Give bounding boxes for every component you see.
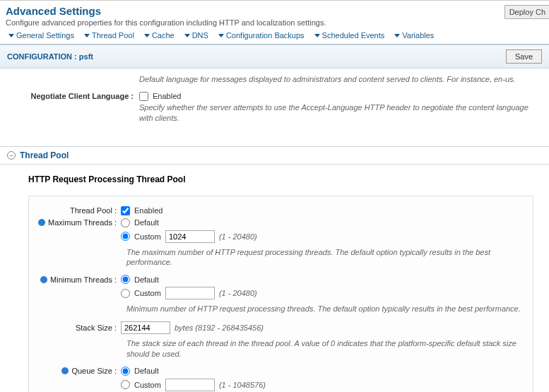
max-threads-label: Maximum Threads : (48, 218, 117, 227)
max-threads-input[interactable] (165, 230, 215, 243)
queue-size-range: (1 - 1048576) (219, 381, 266, 389)
custom-label: Custom (134, 289, 161, 297)
tab-label: Scheduled Events (322, 31, 385, 40)
default-label: Default (134, 367, 159, 375)
chevron-down-icon (184, 34, 190, 37)
tab-variables[interactable]: Variables (394, 31, 434, 40)
min-threads-custom-radio[interactable] (121, 289, 130, 298)
min-threads-input[interactable] (165, 287, 215, 299)
tab-cache[interactable]: Cache (144, 31, 175, 40)
stack-size-input[interactable] (121, 321, 170, 334)
chevron-down-icon (8, 34, 14, 37)
queue-size-input[interactable] (165, 379, 215, 391)
min-threads-default-radio[interactable] (121, 275, 130, 284)
negotiate-language-checkbox[interactable] (139, 92, 148, 101)
tab-config-backups[interactable]: Configuration Backups (218, 31, 305, 40)
negotiate-language-label: Negotiate Client Language : (31, 92, 134, 100)
stack-size-label: Stack Size : (76, 323, 117, 332)
chevron-down-icon (314, 34, 320, 37)
negotiate-language-desc: Specify whether the server attempts to u… (139, 103, 529, 122)
queue-size-label: Queue Size : (71, 367, 117, 375)
min-threads-range: (1 - 20480) (219, 289, 257, 297)
thread-pool-enabled-checkbox[interactable] (121, 206, 130, 215)
tab-scheduled-events[interactable]: Scheduled Events (314, 31, 385, 40)
default-language-desc: Default language for messages displayed … (139, 75, 516, 83)
tab-label: Cache (152, 31, 175, 40)
page-title: Advanced Settings (6, 5, 543, 17)
tab-label: Configuration Backups (226, 31, 305, 40)
max-threads-default-radio[interactable] (121, 218, 130, 227)
chevron-down-icon (84, 34, 90, 37)
queue-size-custom-radio[interactable] (121, 380, 130, 389)
restart-required-icon (38, 219, 45, 226)
tab-dns[interactable]: DNS (184, 31, 208, 40)
save-button[interactable]: Save (506, 49, 542, 64)
tab-label: General Settings (16, 31, 74, 40)
page-subtitle: Configure advanced properties for this c… (6, 18, 543, 27)
enabled-label: Enabled (153, 92, 181, 100)
max-threads-custom-radio[interactable] (121, 232, 130, 241)
default-label: Default (134, 218, 159, 227)
min-threads-label: Minimum Threads : (50, 275, 117, 284)
stack-size-desc: The stack size of each thread in the thr… (36, 337, 526, 367)
configuration-name: CONFIGURATION : psft (7, 52, 93, 61)
queue-size-default-radio[interactable] (121, 367, 130, 376)
deploy-button[interactable]: Deploy Ch (504, 5, 549, 19)
collapse-icon: – (7, 151, 16, 160)
tab-general[interactable]: General Settings (8, 31, 74, 40)
thread-pool-panel: Thread Pool : Enabled Maximum Threads : … (28, 196, 533, 392)
custom-label: Custom (134, 232, 161, 241)
chevron-down-icon (144, 34, 150, 37)
max-threads-desc: The maximum number of HTTP request proce… (36, 246, 526, 275)
enabled-label: Enabled (134, 206, 163, 215)
tab-thread-pool[interactable]: Thread Pool (84, 31, 134, 40)
max-threads-range: (1 - 20480) (219, 232, 257, 241)
tab-label: Variables (402, 31, 434, 40)
section-title: Thread Pool (20, 150, 69, 160)
stack-size-range: bytes (8192 - 268435456) (175, 323, 264, 332)
chevron-down-icon (218, 34, 224, 37)
min-threads-desc: Minimum number of HTTP request processin… (36, 302, 526, 321)
restart-required-icon (61, 367, 69, 374)
thread-pool-label: Thread Pool : (70, 206, 117, 215)
section-thread-pool-header[interactable]: – Thread Pool (0, 146, 549, 165)
restart-required-icon (40, 276, 47, 283)
tab-row: General Settings Thread Pool Cache DNS C… (6, 31, 543, 42)
default-label: Default (134, 275, 159, 284)
sub-section-title: HTTP Request Processing Thread Pool (28, 174, 533, 184)
tab-label: Thread Pool (92, 31, 134, 40)
custom-label: Custom (134, 381, 161, 389)
chevron-down-icon (394, 34, 400, 37)
tab-label: DNS (192, 31, 208, 40)
